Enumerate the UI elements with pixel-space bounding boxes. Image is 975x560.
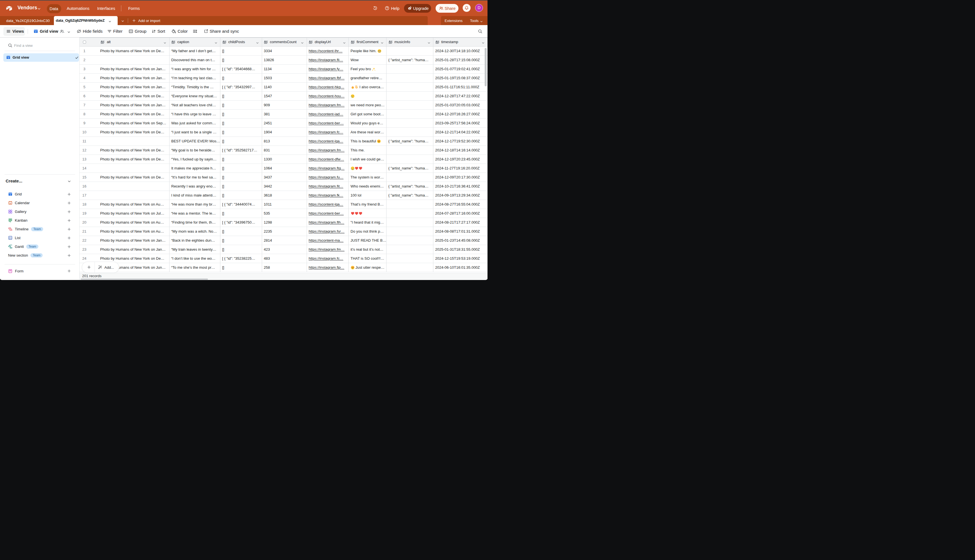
svg-text:31: 31	[9, 202, 11, 204]
